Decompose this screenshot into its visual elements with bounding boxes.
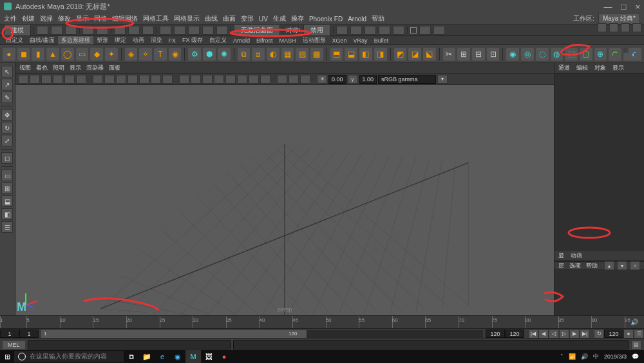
- tray-ime-icon[interactable]: 中: [593, 353, 599, 361]
- vp-select-camera-button[interactable]: [18, 75, 28, 84]
- tray-datetime[interactable]: 2019/3/3: [604, 353, 627, 360]
- range-start-outer-field[interactable]: 1: [0, 329, 19, 338]
- tray-notifications-icon[interactable]: 💬: [632, 353, 639, 360]
- two-pane-h-button[interactable]: ⬓: [1, 195, 13, 207]
- snap-point-button[interactable]: [188, 26, 200, 35]
- vp-safe-action-button[interactable]: [151, 75, 161, 84]
- menu-file[interactable]: 文件: [4, 14, 17, 23]
- menu-surfaces[interactable]: 曲面: [223, 14, 236, 23]
- select-mode-button[interactable]: [114, 26, 126, 35]
- range-track[interactable]: 1 120: [41, 330, 483, 338]
- menu-phoenixfd[interactable]: Phoenix FD: [309, 15, 343, 23]
- scale-tool[interactable]: ⤢: [1, 135, 13, 146]
- channel-tab-channels[interactable]: 通道: [558, 64, 570, 72]
- vp-film-gate-button[interactable]: [104, 75, 115, 84]
- viewport-menu-view[interactable]: 视图: [19, 64, 31, 72]
- tray-network-icon[interactable]: 📶: [569, 353, 576, 360]
- shelf-tab-rig[interactable]: 绑定: [111, 36, 129, 44]
- menu-help[interactable]: 帮助: [372, 14, 384, 23]
- layer-editor-body[interactable]: [554, 270, 644, 315]
- shelf-tab-bullet[interactable]: Bullet: [371, 37, 392, 44]
- layer-menu-options[interactable]: 选项: [569, 262, 581, 270]
- shelf-tab-poly[interactable]: 多边形建模: [58, 36, 93, 44]
- uncrease-button[interactable]: ▢: [580, 48, 592, 61]
- maximize-button[interactable]: □: [621, 2, 627, 12]
- range-bar[interactable]: [41, 330, 307, 338]
- poly-platonic-button[interactable]: ✦: [105, 48, 118, 61]
- mirror-button[interactable]: ◨: [374, 48, 387, 61]
- vp-2d-pan-button[interactable]: [64, 75, 75, 84]
- poly-pipe-button[interactable]: T: [154, 48, 167, 61]
- taskbar-app1-icon[interactable]: ◉: [170, 350, 185, 363]
- redo-button[interactable]: [97, 26, 108, 35]
- script-editor-button[interactable]: ▤: [631, 340, 641, 349]
- menu-curves[interactable]: 曲线: [205, 14, 218, 23]
- rotate-tool[interactable]: ↻: [1, 122, 13, 133]
- last-tool[interactable]: ◻: [1, 152, 13, 164]
- current-frame-field[interactable]: 120: [604, 329, 623, 338]
- render-button[interactable]: [419, 26, 431, 35]
- viewport-menu-renderer[interactable]: 渲染器: [86, 64, 104, 72]
- playback-prev-button[interactable]: [350, 26, 362, 35]
- layer-tab-anim[interactable]: 动画: [571, 251, 582, 260]
- playback-next-button[interactable]: [379, 26, 390, 35]
- shelf-tab-arnold[interactable]: Arnold: [230, 37, 253, 44]
- no-live-surface[interactable]: 无激活曲面: [234, 25, 280, 36]
- snap-plane-button[interactable]: [202, 26, 214, 35]
- sculpt-grab-button[interactable]: ◍: [551, 48, 564, 61]
- toggle-mtoolkit-button[interactable]: [634, 53, 641, 61]
- vp-wireframe-button[interactable]: [179, 75, 189, 84]
- playback-step-back-button[interactable]: ◀: [538, 329, 549, 338]
- collapse-button[interactable]: ⬕: [423, 48, 436, 61]
- range-end-inner-field[interactable]: 120: [486, 329, 505, 338]
- task-view-button[interactable]: ⧉: [124, 350, 139, 363]
- vp-lock-camera-button[interactable]: [30, 75, 40, 84]
- shelf-tab-fxcache[interactable]: FX 缓存: [179, 36, 206, 44]
- taskbar-edge-icon[interactable]: e: [155, 350, 170, 363]
- shelf-tab-anim[interactable]: 动画: [129, 36, 147, 44]
- poly-supershape-button[interactable]: ✺: [218, 48, 231, 61]
- ipr-render-button[interactable]: [433, 26, 445, 35]
- channel-tab-show[interactable]: 显示: [612, 64, 624, 72]
- menu-arnold[interactable]: Arnold: [348, 15, 366, 23]
- vp-gamma-icon[interactable]: γ: [348, 75, 358, 84]
- menu-generate[interactable]: 生成: [273, 14, 286, 23]
- shelf-tab-curves[interactable]: 曲线/曲面: [26, 36, 58, 44]
- append-button[interactable]: ◩: [394, 48, 407, 61]
- connect-button[interactable]: ⊟: [472, 48, 485, 61]
- channel-tab-edit[interactable]: 编辑: [576, 64, 588, 72]
- new-scene-button[interactable]: [37, 26, 48, 35]
- playback-loop-button[interactable]: ↻: [594, 329, 604, 338]
- toggle-ae-button[interactable]: [613, 53, 621, 61]
- remesh-button[interactable]: ▩: [310, 48, 323, 61]
- minimize-button[interactable]: —: [604, 2, 612, 12]
- menu-create[interactable]: 创建: [22, 14, 35, 23]
- playback-play-forward-button[interactable]: ▷: [559, 329, 569, 338]
- time-ruler[interactable]: 15101520253035404550556065707580859095: [0, 316, 625, 328]
- taskbar-explorer-icon[interactable]: 📁: [139, 350, 155, 363]
- shelf-tab-xgen[interactable]: XGen: [329, 37, 350, 44]
- menu-cache[interactable]: 操存: [291, 14, 304, 23]
- poly-torus-button[interactable]: ◯: [61, 48, 74, 61]
- symmetry-dropdown[interactable]: 禁用: [303, 25, 330, 36]
- range-start-inner-field[interactable]: 1: [19, 329, 39, 338]
- tray-sound-icon[interactable]: 🔊: [581, 353, 588, 360]
- poly-plane-button[interactable]: ▭: [76, 48, 89, 61]
- viewport-menu-panels[interactable]: 面板: [109, 64, 120, 72]
- toggle-tool-settings-button[interactable]: [621, 23, 630, 32]
- menu-deform[interactable]: 变形: [241, 14, 254, 23]
- vp-shadows-button[interactable]: [214, 75, 224, 84]
- prefs-button[interactable]: ☰: [634, 329, 644, 338]
- snap-grid-button[interactable]: [160, 26, 171, 35]
- poly-disc-button[interactable]: ◆: [90, 48, 103, 61]
- move-tool[interactable]: ✥: [1, 109, 13, 121]
- tray-up-icon[interactable]: ˄: [560, 353, 564, 360]
- vp-colorspace-dropdown[interactable]: sRGB gamma: [378, 75, 436, 84]
- lasso-tool[interactable]: ↗: [1, 79, 13, 90]
- vp-isolate-button[interactable]: [277, 75, 287, 84]
- combine-button[interactable]: ⧉: [238, 48, 251, 61]
- snap-live-button[interactable]: [216, 26, 228, 35]
- poly-gear-button[interactable]: ⚙: [188, 48, 201, 61]
- menu-editmesh[interactable]: 编辑网络: [112, 14, 138, 23]
- layer-move-up-button[interactable]: ▴: [604, 261, 614, 270]
